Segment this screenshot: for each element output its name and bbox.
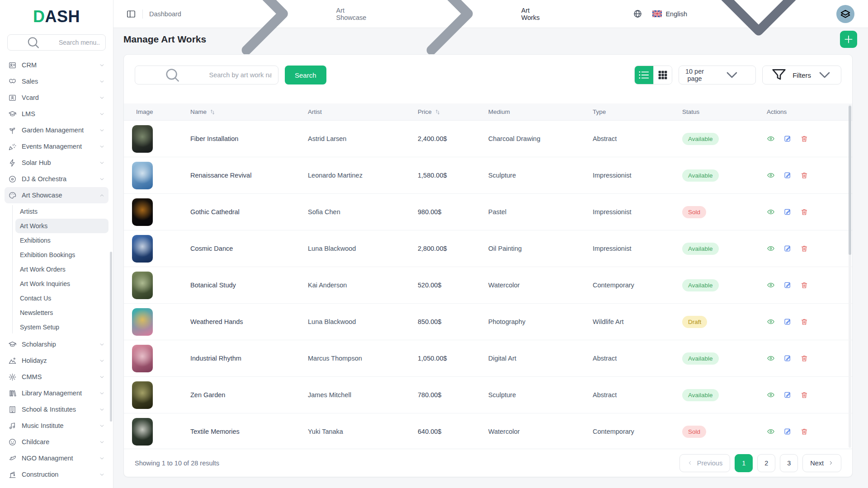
sidebar-item-school-institutes[interactable]: School & Institutes bbox=[5, 401, 108, 418]
sidebar-search-input[interactable] bbox=[58, 38, 101, 47]
view-button[interactable] bbox=[767, 391, 775, 399]
view-button[interactable] bbox=[767, 135, 775, 143]
add-art-work-button[interactable] bbox=[840, 31, 857, 48]
edit-button[interactable] bbox=[783, 281, 792, 289]
sidebar-item-system-setup[interactable]: System Setup bbox=[15, 320, 108, 334]
sidebar-item-scholarship[interactable]: Scholarship bbox=[5, 336, 108, 352]
sidebar-item-contact-us[interactable]: Contact Us bbox=[15, 291, 108, 305]
chevron-down-icon bbox=[99, 439, 105, 445]
delete-button[interactable] bbox=[800, 427, 808, 436]
pagination-next[interactable]: Next bbox=[802, 454, 841, 472]
chevron-down-icon bbox=[715, 66, 749, 84]
trash-icon bbox=[800, 391, 808, 399]
art-work-thumbnail[interactable] bbox=[132, 235, 153, 263]
view-button[interactable] bbox=[767, 318, 775, 326]
sidebar-item-dj-orchestra[interactable]: DJ & Orchestra bbox=[5, 171, 108, 187]
art-work-search bbox=[135, 66, 278, 84]
view-button[interactable] bbox=[767, 281, 775, 289]
edit-button[interactable] bbox=[783, 171, 792, 179]
delete-button[interactable] bbox=[800, 171, 808, 179]
sidebar-scrollbar[interactable] bbox=[110, 252, 112, 422]
sidebar-item-newsletters[interactable]: Newsletters bbox=[15, 305, 108, 320]
chevron-down-icon bbox=[816, 66, 834, 84]
art-work-thumbnail[interactable] bbox=[132, 381, 153, 409]
delete-button[interactable] bbox=[800, 354, 808, 362]
sidebar-item-exhibition-bookings[interactable]: Exhibition Bookings bbox=[15, 248, 108, 262]
edit-button[interactable] bbox=[783, 208, 792, 216]
edit-button[interactable] bbox=[783, 354, 792, 362]
column-header-name[interactable]: Name bbox=[190, 108, 308, 115]
sidebar-item-exhibitions[interactable]: Exhibitions bbox=[15, 233, 108, 248]
sidebar-item-construction[interactable]: Construction bbox=[5, 466, 108, 483]
pagination-page-1[interactable]: 1 bbox=[735, 454, 753, 472]
view-button[interactable] bbox=[767, 171, 775, 179]
edit-button[interactable] bbox=[783, 244, 792, 253]
filters-button[interactable]: Filters bbox=[762, 66, 841, 84]
sidebar-item-art-work-orders[interactable]: Art Work Orders bbox=[15, 262, 108, 277]
sidebar-item-art-works[interactable]: Art Works bbox=[15, 219, 108, 233]
sidebar-item-library-management[interactable]: Library Management bbox=[5, 385, 108, 401]
globe-button[interactable] bbox=[633, 9, 642, 19]
pagination-page-2[interactable]: 2 bbox=[757, 454, 775, 472]
pagination-page-3[interactable]: 3 bbox=[780, 454, 798, 472]
pagination-previous[interactable]: Previous bbox=[679, 454, 730, 472]
main-area: Dashboard Art Showcase Art Works English… bbox=[113, 0, 868, 488]
sort-icon[interactable] bbox=[434, 109, 441, 115]
art-work-thumbnail[interactable] bbox=[132, 198, 153, 226]
delete-button[interactable] bbox=[800, 318, 808, 326]
table-scrollbar[interactable] bbox=[849, 104, 851, 448]
sidebar-toggle-button[interactable] bbox=[126, 9, 136, 19]
sidebar-item-crm[interactable]: CRM bbox=[5, 57, 108, 73]
sidebar-item-lms[interactable]: LMS bbox=[5, 106, 108, 122]
sidebar-item-events-management[interactable]: Events Management bbox=[5, 138, 108, 155]
delete-button[interactable] bbox=[800, 244, 808, 253]
sidebar-item-art-showcase[interactable]: Art Showcase bbox=[5, 187, 108, 203]
sort-icon[interactable] bbox=[209, 109, 216, 115]
art-work-thumbnail[interactable] bbox=[132, 125, 153, 153]
breadcrumb-art-showcase[interactable]: Art Showcase bbox=[336, 7, 367, 21]
breadcrumb-dashboard[interactable]: Dashboard bbox=[149, 10, 181, 18]
view-button[interactable] bbox=[767, 244, 775, 253]
art-work-search-input[interactable] bbox=[208, 71, 273, 79]
delete-button[interactable] bbox=[800, 208, 808, 216]
per-page-select[interactable]: 10 per page bbox=[679, 66, 756, 84]
brand-logo[interactable]: DASH bbox=[0, 0, 113, 30]
sidebar-item-artists[interactable]: Artists bbox=[15, 204, 108, 219]
art-work-thumbnail[interactable] bbox=[132, 308, 153, 336]
sidebar-item-art-work-inquiries[interactable]: Art Work Inquiries bbox=[15, 277, 108, 291]
sidebar-item-vcard[interactable]: Vcard bbox=[5, 89, 108, 106]
search-button[interactable]: Search bbox=[285, 66, 326, 84]
art-work-thumbnail[interactable] bbox=[132, 418, 153, 446]
view-button[interactable] bbox=[767, 208, 775, 216]
delete-button[interactable] bbox=[800, 135, 808, 143]
edit-button[interactable] bbox=[783, 135, 792, 143]
edit-button[interactable] bbox=[783, 318, 792, 326]
sidebar-item-solar-hub[interactable]: Solar Hub bbox=[5, 155, 108, 171]
delete-button[interactable] bbox=[800, 391, 808, 399]
sidebar-item-sales[interactable]: Sales bbox=[5, 73, 108, 89]
table-row: Weathered Hands Luna Blackwood 850.00$ P… bbox=[124, 304, 852, 340]
grid-view-button[interactable] bbox=[653, 66, 672, 84]
column-header-price[interactable]: Price bbox=[418, 108, 488, 115]
table-scrollbar-thumb[interactable] bbox=[849, 106, 851, 255]
sidebar-item-childcare[interactable]: Childcare bbox=[5, 434, 108, 450]
edit-button[interactable] bbox=[783, 391, 792, 399]
delete-button[interactable] bbox=[800, 281, 808, 289]
sidebar-item-fleet[interactable]: Fleet bbox=[5, 483, 108, 488]
sidebar-item-music-institute[interactable]: Music Institute bbox=[5, 418, 108, 434]
sidebar-item-holidayz[interactable]: Holidayz bbox=[5, 352, 108, 369]
uk-flag-icon bbox=[652, 10, 662, 17]
sidebar-item-ngo-managment[interactable]: NGO Managment bbox=[5, 450, 108, 466]
eye-icon bbox=[767, 354, 775, 362]
list-view-button[interactable] bbox=[635, 66, 653, 84]
avatar[interactable] bbox=[836, 5, 854, 23]
sidebar-item-cmms[interactable]: CMMS bbox=[5, 369, 108, 385]
art-work-thumbnail[interactable] bbox=[132, 162, 153, 189]
chevron-down-icon bbox=[99, 390, 105, 396]
view-button[interactable] bbox=[767, 354, 775, 362]
sidebar-item-garden-management[interactable]: Garden Management bbox=[5, 122, 108, 138]
art-work-thumbnail[interactable] bbox=[132, 272, 153, 299]
view-button[interactable] bbox=[767, 427, 775, 436]
art-work-thumbnail[interactable] bbox=[132, 345, 153, 372]
edit-button[interactable] bbox=[783, 427, 792, 436]
